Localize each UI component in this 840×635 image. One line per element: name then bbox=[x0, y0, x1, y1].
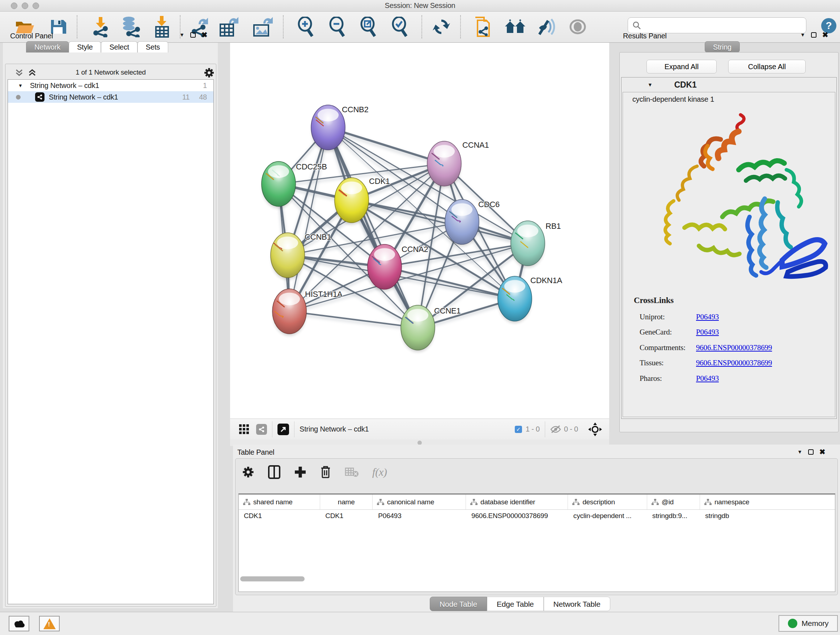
clone-network-icon[interactable] bbox=[472, 16, 491, 39]
node-label-rb1: RB1 bbox=[546, 222, 561, 231]
close-panel-icon[interactable]: ✖ bbox=[202, 32, 208, 38]
cell-name[interactable]: CDK1 bbox=[320, 512, 373, 520]
crosslink-link[interactable]: P06493 bbox=[696, 312, 719, 323]
delete-table-icon[interactable] bbox=[345, 467, 358, 478]
network-node-cdc25b[interactable] bbox=[262, 162, 295, 206]
panel-menu-caret-icon[interactable]: ▼ bbox=[180, 32, 185, 38]
float-panel-icon[interactable] bbox=[811, 32, 816, 38]
network-node-ccne1[interactable] bbox=[401, 305, 435, 350]
crosslinks-title: CrossLinks bbox=[634, 296, 674, 305]
refresh-icon[interactable] bbox=[432, 17, 450, 38]
table-row[interactable]: CDK1 CDK1 P06493 9606.ENSP00000378699 cy… bbox=[239, 510, 835, 522]
show-columns-icon[interactable] bbox=[268, 465, 280, 479]
cell-id[interactable]: stringdb:9... bbox=[647, 512, 700, 520]
close-panel-icon[interactable]: ✖ bbox=[822, 32, 829, 38]
import-table-icon[interactable] bbox=[153, 16, 171, 39]
tab-string[interactable]: String bbox=[705, 41, 740, 52]
crosslink-link[interactable]: P06493 bbox=[696, 374, 719, 385]
import-network-icon[interactable] bbox=[91, 16, 111, 39]
network-row-selected[interactable]: String Network – cdk1 11 48 bbox=[8, 91, 213, 103]
hidden-eye-icon[interactable] bbox=[550, 424, 561, 434]
column-type-icon bbox=[652, 499, 659, 505]
column-header[interactable]: name bbox=[320, 494, 373, 509]
network-node-ccnb2[interactable] bbox=[311, 105, 345, 150]
column-header[interactable]: namespace bbox=[700, 494, 835, 509]
status-bar: ! Memory bbox=[0, 612, 840, 635]
network-node-ccnb1[interactable] bbox=[271, 233, 305, 278]
add-column-icon[interactable] bbox=[294, 466, 306, 478]
column-header[interactable]: database identifier bbox=[466, 494, 568, 509]
detach-view-icon[interactable] bbox=[278, 424, 289, 435]
zoom-in-icon[interactable] bbox=[296, 17, 315, 38]
panel-menu-caret-icon[interactable]: ▼ bbox=[800, 32, 805, 38]
network-node-rb1[interactable] bbox=[511, 221, 545, 266]
eye-icon[interactable] bbox=[569, 18, 586, 37]
horizontal-scrollbar[interactable] bbox=[240, 576, 305, 581]
crosslink-link[interactable]: P06493 bbox=[696, 328, 719, 339]
crosslink-link[interactable]: 9606.ENSP00000378699 bbox=[696, 343, 772, 354]
grid-view-icon[interactable] bbox=[239, 424, 249, 435]
selected-checkbox-icon[interactable]: ✓ bbox=[515, 426, 522, 433]
houses-icon[interactable] bbox=[504, 19, 527, 36]
style-eye-icon[interactable] bbox=[536, 18, 556, 37]
network-collection-row[interactable]: ▼ String Network – cdk1 1 bbox=[8, 80, 213, 91]
column-header[interactable]: canonical name bbox=[373, 494, 466, 509]
column-header[interactable]: shared name bbox=[239, 494, 320, 509]
tab-style[interactable]: Style bbox=[69, 41, 101, 52]
collapse-all-button[interactable]: Collapse All bbox=[728, 60, 806, 73]
export-image-icon[interactable] bbox=[253, 16, 273, 39]
cell-canonical-name[interactable]: P06493 bbox=[373, 512, 466, 520]
network-node-ccna2[interactable] bbox=[368, 244, 401, 289]
tab-edge-table[interactable]: Edge Table bbox=[487, 597, 544, 611]
gear-icon[interactable] bbox=[204, 67, 215, 78]
section-expander-icon[interactable]: ▼ bbox=[647, 82, 653, 88]
network-view-title: String Network – cdk1 bbox=[300, 425, 369, 433]
warning-icon: ! bbox=[43, 618, 56, 629]
network-canvas[interactable]: CCNB2CCNA1CDC25BCDK1CDC6RB1CCNB1CCNA2CDK… bbox=[230, 43, 609, 418]
zoom-selected-icon[interactable] bbox=[390, 17, 409, 38]
tab-sets[interactable]: Sets bbox=[137, 41, 168, 52]
search-bar[interactable] bbox=[628, 17, 806, 33]
tree-expander-icon[interactable]: ▼ bbox=[18, 83, 23, 88]
gene-description: cyclin-dependent kinase 1 bbox=[632, 95, 714, 103]
tab-node-table[interactable]: Node Table bbox=[430, 597, 487, 611]
cell-database-identifier[interactable]: 9606.ENSP00000378699 bbox=[466, 512, 568, 520]
network-icon bbox=[35, 92, 44, 102]
network-node-ccna1[interactable] bbox=[427, 141, 461, 186]
network-view-icon[interactable] bbox=[256, 424, 267, 435]
float-panel-icon[interactable] bbox=[808, 449, 813, 455]
function-builder-icon[interactable]: f(x) bbox=[372, 466, 387, 478]
float-panel-icon[interactable] bbox=[190, 32, 196, 38]
column-header[interactable]: @id bbox=[647, 494, 700, 509]
birdseye-navigator-icon[interactable] bbox=[588, 423, 602, 436]
cell-description[interactable]: cyclin-dependent ... bbox=[568, 512, 647, 520]
separator bbox=[272, 421, 272, 437]
warning-button[interactable]: ! bbox=[39, 616, 60, 631]
panel-menu-caret-icon[interactable]: ▼ bbox=[797, 449, 802, 455]
network-node-cdc6[interactable] bbox=[445, 200, 479, 244]
crosslink-link[interactable]: 9606.ENSP00000378699 bbox=[696, 358, 772, 369]
expand-all-button[interactable]: Expand All bbox=[646, 60, 717, 73]
close-panel-icon[interactable]: ✖ bbox=[819, 449, 826, 455]
gear-icon[interactable] bbox=[242, 466, 254, 478]
export-table-icon[interactable] bbox=[219, 16, 239, 39]
import-database-icon[interactable] bbox=[121, 16, 141, 39]
network-node-hist1h1a[interactable] bbox=[272, 289, 306, 334]
tab-network[interactable]: Network bbox=[26, 41, 69, 52]
search-input[interactable] bbox=[644, 21, 806, 29]
memory-button[interactable]: Memory bbox=[778, 615, 838, 632]
network-node-cdk1[interactable] bbox=[335, 178, 369, 223]
cell-namespace[interactable]: stringdb bbox=[700, 512, 835, 520]
node-label-ccnb1: CCNB1 bbox=[305, 233, 332, 241]
delete-column-icon[interactable] bbox=[320, 465, 331, 479]
zoom-out-icon[interactable] bbox=[328, 17, 347, 38]
cell-shared-name[interactable]: CDK1 bbox=[239, 512, 320, 520]
zoom-fit-icon[interactable] bbox=[359, 17, 378, 38]
column-label: description bbox=[583, 498, 615, 506]
tab-select[interactable]: Select bbox=[101, 41, 137, 52]
cloud-button[interactable] bbox=[9, 616, 29, 631]
title-bar: Session: New Session bbox=[0, 0, 840, 11]
column-header[interactable]: description bbox=[568, 494, 647, 509]
network-node-cdkn1a[interactable] bbox=[498, 276, 532, 321]
tab-network-table[interactable]: Network Table bbox=[544, 597, 610, 611]
